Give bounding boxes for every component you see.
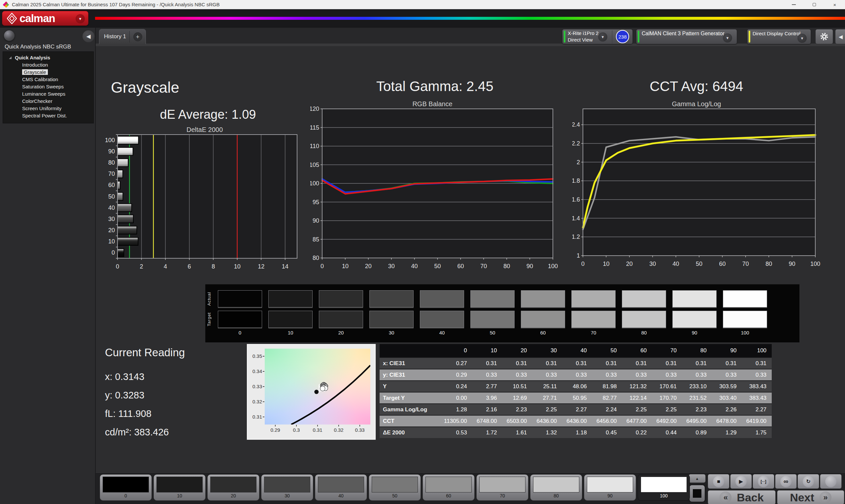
table-row-label: y: CIE31	[380, 370, 442, 380]
table-cell: 0.33	[532, 370, 562, 380]
svg-text:70: 70	[742, 260, 749, 267]
gear-icon	[820, 32, 829, 41]
table-cell: 0.24	[442, 381, 472, 392]
settings-button[interactable]	[815, 29, 833, 44]
restore-button[interactable]	[804, 0, 825, 9]
sidebar-item-colorchecker[interactable]: ColorChecker	[3, 97, 93, 105]
display-control-dropdown-button[interactable]: ▼	[797, 34, 807, 43]
table-cell: 0.27	[442, 358, 472, 369]
svg-text:80: 80	[765, 260, 772, 267]
pattern-generator-status-bar	[638, 31, 639, 42]
table-cell: 1.28	[442, 404, 472, 415]
table-row-label: x: CIE31	[380, 358, 442, 369]
table-cell: 1.72	[472, 427, 503, 438]
pattern-button-20[interactable]: 20	[207, 474, 260, 501]
table-cell: 170.61	[652, 381, 682, 392]
chevron-down-icon: ▼	[601, 35, 605, 39]
table-cell: 2.16	[472, 404, 503, 415]
logo-dropdown-button[interactable]: ▼	[75, 14, 85, 23]
pattern-control-bar: ▲ ■▶[··]∞↻ « Back Next » 010203040506070…	[96, 472, 845, 504]
extra-button[interactable]	[820, 474, 842, 489]
pattern-button-40[interactable]: 40	[315, 474, 367, 501]
calman-logo-text: calman	[19, 12, 55, 25]
sphere-button[interactable]	[4, 30, 15, 41]
rgb-balance-svg: 8085909510010511011512001020304050607080…	[310, 106, 561, 271]
meter-dropdown-button[interactable]: ▼	[598, 32, 608, 41]
up-arrow-icon: ▲	[696, 476, 699, 481]
pattern-button-label: 100	[638, 493, 689, 498]
stop-button[interactable]: ■	[708, 474, 729, 489]
pattern-generator-selector[interactable]: CalMAN Client 3 Pattern Generator ▼	[636, 29, 737, 44]
table-cell: 27.71	[532, 393, 562, 403]
meter-selector[interactable]: X-Rite i1Pro 2 Direct View ▼ 238	[562, 29, 633, 44]
tab-history-1[interactable]: History 1 +	[99, 29, 146, 44]
sidebar-item-introduction[interactable]: Introduction	[3, 61, 93, 69]
pattern-button-0[interactable]: 0	[100, 474, 152, 501]
cie-y-tick	[263, 356, 264, 357]
back-button[interactable]: « Back	[708, 490, 776, 504]
pattern-button-label: 40	[315, 493, 367, 498]
close-button[interactable]: ×	[825, 0, 845, 9]
pattern-button-60[interactable]: 60	[423, 474, 475, 501]
pattern-button-label: 80	[530, 493, 582, 498]
pattern-button-70[interactable]: 70	[476, 474, 528, 501]
pattern-button-30[interactable]: 30	[261, 474, 313, 501]
table-column-header: 70	[652, 344, 682, 357]
refresh-button[interactable]: ↻	[797, 474, 819, 489]
display-control-selector[interactable]: Direct Display Control ▼	[747, 29, 811, 44]
add-tab-button[interactable]: +	[130, 29, 145, 44]
current-reading-value: y: 0.3283	[105, 386, 185, 404]
svg-text:30: 30	[649, 260, 656, 267]
sidebar-item-quick-analysis[interactable]: Quick Analysis	[3, 54, 93, 61]
cie-x-tick	[338, 425, 339, 427]
pattern-panel-expand-button[interactable]: ▲	[689, 474, 706, 483]
cie-y-tick-label: 0.31	[249, 414, 262, 419]
sidebar-item-grayscale[interactable]: Grayscale	[3, 69, 93, 76]
actual-swatch-10	[268, 290, 313, 307]
deltae-chart-title: DeltaE 2000	[139, 126, 271, 133]
right-panel-collapse-button[interactable]: ◀	[835, 29, 845, 44]
table-cell: 6436.00	[532, 416, 562, 427]
table-cell: 0.53	[442, 427, 472, 438]
table-cell: 2.27	[742, 404, 772, 415]
next-button[interactable]: Next »	[777, 490, 844, 504]
sidebar-item-cms-calibration[interactable]: CMS Calibration	[3, 76, 93, 83]
svg-text:0: 0	[116, 263, 119, 270]
pattern-button-50[interactable]: 50	[369, 474, 421, 501]
pattern-generator-dropdown-button[interactable]: ▼	[723, 33, 732, 42]
step-button[interactable]: [··]	[753, 474, 774, 489]
window-title-bar: Calman 2025 Calman Ultimate for Business…	[0, 0, 845, 9]
svg-text:70: 70	[108, 170, 115, 177]
table-row-target-y: Target Y0.003.9612.6927.7150.9582.77122.…	[380, 392, 772, 403]
table-cell: 2.77	[472, 381, 503, 392]
sidebar-item-saturation-sweeps[interactable]: Saturation Sweeps	[3, 83, 93, 90]
play-button[interactable]: ▶	[730, 474, 752, 489]
table-cell: 12.69	[502, 393, 532, 403]
sidebar-item-screen-uniformity[interactable]: Screen Uniformity	[3, 105, 93, 112]
minimize-button[interactable]	[784, 0, 804, 9]
table-cell: 6503.00	[502, 416, 532, 427]
pattern-button-80[interactable]: 80	[530, 474, 582, 501]
pattern-button-100[interactable]: 100	[638, 474, 690, 501]
cie-chromaticity-chart: 0.350.340.330.320.310.290.30.310.320.33	[247, 344, 376, 440]
table-cell: 0.33	[682, 370, 712, 380]
swatch-column-label: 80	[622, 330, 666, 336]
meter-mode: Direct View	[568, 37, 593, 42]
svg-text:8: 8	[212, 263, 215, 270]
sidebar-collapse-button[interactable]: ◀	[83, 30, 94, 42]
pattern-window-button[interactable]	[689, 484, 706, 503]
tree-expander-icon[interactable]	[9, 56, 12, 59]
plus-icon: +	[133, 32, 142, 41]
pattern-generator-name: CalMAN Client 3 Pattern Generator	[642, 31, 724, 37]
tree-item-label: CMS Calibration	[22, 76, 58, 82]
calman-menu-button[interactable]: calman ▼	[2, 11, 88, 26]
pattern-button-10[interactable]: 10	[154, 474, 206, 501]
table-row-label: Y	[380, 381, 442, 392]
sidebar-item-luminance-sweeps[interactable]: Luminance Sweeps	[3, 90, 93, 97]
continuous-button[interactable]: ∞	[775, 474, 797, 489]
actual-swatch-90	[672, 290, 717, 307]
sidebar-item-spectral-power-dist-[interactable]: Spectral Power Dist.	[3, 112, 93, 120]
pattern-button-90[interactable]: 90	[584, 474, 636, 501]
pattern-swatch	[479, 476, 526, 492]
table-cell: 0.29	[442, 370, 472, 380]
